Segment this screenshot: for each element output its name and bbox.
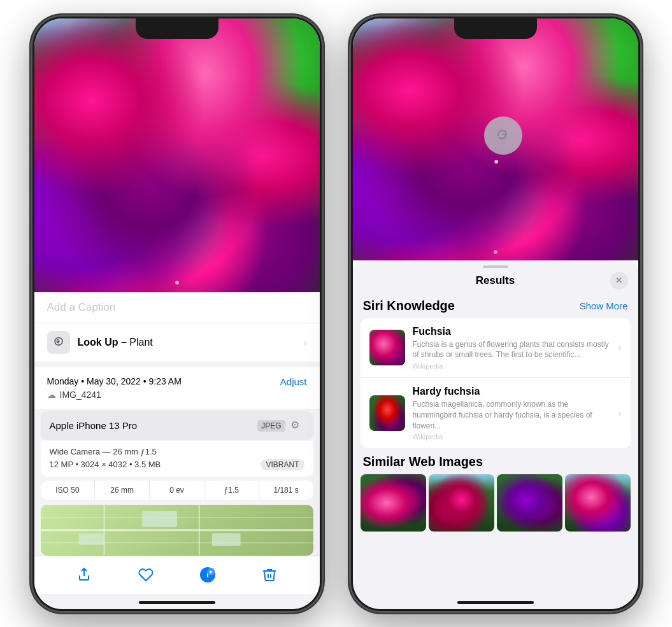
phone-2-content: Results ✕ Siri Knowledge Show More [353,18,638,609]
device-section: Apple iPhone 13 Pro JPEG ⚙ [41,411,313,440]
home-bar-1 [139,601,215,604]
knowledge-item-hardy[interactable]: Hardy fuchsia Fuchsia magellanica, commo… [361,378,631,448]
caption-area[interactable]: Add a Caption [34,292,320,323]
hardy-info: Hardy fuchsia Fuchsia magellanica, commo… [413,386,611,440]
show-more-button[interactable]: Show More [580,300,628,311]
svg-text:✦: ✦ [208,569,213,575]
fuchsia-chevron: › [618,342,622,353]
caption-placeholder[interactable]: Add a Caption [47,301,116,313]
hardy-chevron: › [618,408,622,418]
svg-rect-8 [211,533,240,546]
camera-row2: 12 MP • 3024 × 4032 • 3.5 MB VIBRANT [50,459,304,470]
flower-photo-1[interactable] [34,18,320,292]
svg-rect-6 [78,533,104,544]
toolbar-1: i ✦ [34,556,320,594]
notch-1 [136,18,218,39]
lookup-chevron: › [304,337,307,348]
map-preview[interactable] [41,505,313,556]
similar-title: Similar Web Images [361,454,631,469]
lookup-icon [47,331,70,354]
fuchsia-source: Wikipedia [413,362,611,370]
delete-button[interactable] [259,565,280,585]
meta-date-row: Monday • May 30, 2022 • 9:23 AM Adjust [47,376,307,387]
results-sheet: Results ✕ Siri Knowledge Show More [353,260,638,609]
camera-row1: Wide Camera — 26 mm ƒ1.5 [50,447,304,456]
lookup-bold: Look Up – [78,337,130,348]
knowledge-item-fuchsia[interactable]: Fuchsia Fuchsia is a genus of flowering … [361,318,631,379]
home-bar-2 [457,601,534,604]
fuchsia-thumb-bg [369,330,405,365]
similar-img-1[interactable] [361,474,426,532]
knowledge-card: Fuchsia Fuchsia is a genus of flowering … [361,318,631,449]
hardy-thumbnail [369,395,405,431]
similar-images [361,474,631,532]
meta-section: Monday • May 30, 2022 • 9:23 AM Adjust ☁… [34,367,320,409]
exif-aperture: ƒ1.5 [204,481,259,500]
results-title: Results [476,274,515,287]
exif-iso: ISO 50 [41,481,96,500]
meta-filename-row: ☁ IMG_4241 [47,390,307,400]
fuchsia-thumbnail [369,330,405,365]
camera-details: Wide Camera — 26 mm ƒ1.5 12 MP • 3024 × … [41,440,313,477]
gear-icon: ⚙ [290,419,304,433]
hardy-name: Hardy fuchsia [413,386,611,397]
svg-point-0 [58,341,59,342]
similar-img-2[interactable] [429,474,494,532]
results-body: Siri Knowledge Show More Fuchsia [353,292,638,609]
device-row: Apple iPhone 13 Pro JPEG ⚙ [41,411,313,440]
lookup-regular: Plant [129,337,152,348]
info-button[interactable]: i ✦ [197,565,218,585]
flower-photo-2[interactable] [353,18,638,260]
lookup-label: Look Up – Plant [78,337,153,348]
device-badges: JPEG ⚙ [257,419,304,433]
format-badge: JPEG [257,420,285,432]
similar-img-3[interactable] [497,474,562,532]
phone-1: Add a Caption L [31,15,324,613]
cloud-icon: ☁ [47,390,56,400]
similar-img-4[interactable] [565,474,631,532]
share-button[interactable] [74,565,94,585]
hardy-source: Wikipedia [413,433,611,440]
hardy-thumb-bg [369,395,405,431]
phone-1-inner: Add a Caption L [34,18,320,609]
exif-shutter: 1/181 s [259,481,313,500]
siri-circle [484,116,522,155]
exif-row: ISO 50 26 mm 0 ev ƒ1.5 1/181 s [41,481,313,500]
like-button[interactable] [136,565,156,585]
device-name: Apple iPhone 13 Pro [50,420,138,431]
photo-dot-2 [494,250,497,254]
fuchsia-name: Fuchsia [413,326,611,337]
map-roads [41,505,313,556]
vibrant-badge: VIBRANT [261,459,304,470]
flower-bg-1 [34,18,320,292]
siri-dot [494,160,498,164]
svg-rect-7 [142,511,177,526]
close-button[interactable]: ✕ [610,272,628,290]
exif-focal: 26 mm [95,481,150,500]
siri-knowledge-header: Siri Knowledge Show More [361,292,631,318]
phone-2-inner: Results ✕ Siri Knowledge Show More [353,18,638,609]
phones-container: Add a Caption L [18,2,655,626]
photo-dot-1 [175,281,179,285]
phone-2: Results ✕ Siri Knowledge Show More [349,15,642,613]
phone-1-content: Add a Caption L [34,18,320,609]
hardy-desc: Fuchsia magellanica, commonly known as t… [413,399,611,431]
fuchsia-desc: Fuchsia is a genus of flowering plants t… [413,339,611,361]
exif-ev: 0 ev [150,481,204,500]
camera-specs: 12 MP • 3024 × 4032 • 3.5 MB [50,460,161,469]
lookup-row[interactable]: Look Up – Plant › [34,323,320,362]
meta-date: Monday • May 30, 2022 • 9:23 AM [47,376,182,386]
similar-section: Similar Web Images [361,454,631,532]
results-header: Results ✕ [353,268,638,292]
fuchsia-info: Fuchsia Fuchsia is a genus of flowering … [413,326,611,370]
filename-text: IMG_4241 [60,390,101,400]
siri-knowledge-title: Siri Knowledge [363,299,455,313]
notch-2 [454,18,537,39]
adjust-button[interactable]: Adjust [280,376,307,387]
